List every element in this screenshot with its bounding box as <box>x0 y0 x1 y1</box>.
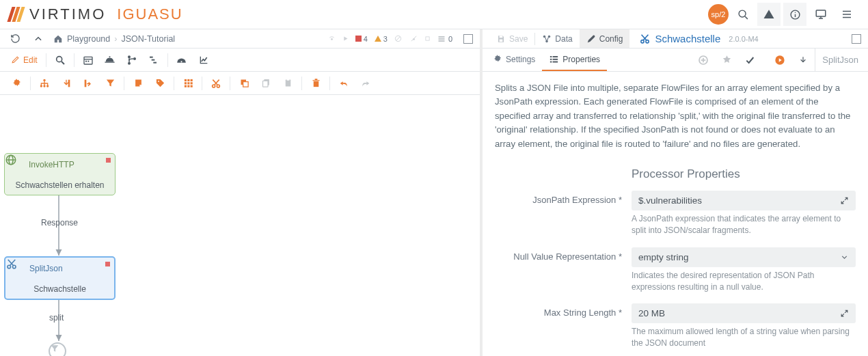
data-tab-button[interactable]: Data <box>535 29 579 48</box>
node-subtitle: Schwachstelle <box>5 279 114 299</box>
node-splitjson[interactable]: SplitJson Schwachstelle <box>4 256 116 300</box>
svg-point-36 <box>43 79 45 81</box>
import-icon[interactable] <box>55 73 77 94</box>
invalid-count: 3 <box>383 35 388 43</box>
expand-icon[interactable] <box>840 196 849 205</box>
branch-icon[interactable] <box>121 50 143 70</box>
cut-icon[interactable] <box>205 73 227 94</box>
svg-point-38 <box>43 85 45 87</box>
edit-button[interactable]: Edit <box>5 50 43 70</box>
alerts-icon[interactable] <box>757 3 781 26</box>
jsonpath-input[interactable]: $.vulnerabilities <box>632 191 856 210</box>
maxlen-input[interactable]: 20 MB <box>632 303 856 323</box>
config-pane: Save Data Config Schwachstelle 2.0.0-M4 <box>483 29 868 356</box>
info-icon[interactable] <box>783 3 806 26</box>
svg-rect-57 <box>243 82 248 87</box>
svg-rect-40 <box>68 79 70 87</box>
tag-icon[interactable] <box>149 73 171 94</box>
settings-icon[interactable] <box>5 73 27 94</box>
scissors-icon <box>639 33 651 44</box>
sitemap-icon[interactable] <box>33 73 55 94</box>
save-button: Save <box>489 29 534 48</box>
redo-icon[interactable] <box>355 73 377 94</box>
zoom-icon[interactable] <box>49 50 71 70</box>
chart-icon[interactable] <box>193 50 215 70</box>
refresh-icon[interactable] <box>7 31 23 47</box>
svg-point-53 <box>217 85 219 87</box>
edge-label-response[interactable]: Response <box>41 218 78 228</box>
running-count-icon <box>355 36 362 42</box>
svg-point-52 <box>213 85 215 87</box>
navigate-up-icon[interactable] <box>30 31 46 47</box>
flow-canvas[interactable]: InvokeHTTP Schwachstellen erhalten Respo… <box>0 95 480 356</box>
svg-rect-60 <box>285 80 290 87</box>
filter-icon[interactable] <box>99 73 121 94</box>
step-down-icon[interactable] <box>791 49 815 71</box>
prop-help: The maximum allowed length of a string v… <box>632 326 856 349</box>
tab-properties[interactable]: Properties <box>542 49 607 71</box>
run-once-icon[interactable] <box>768 49 791 71</box>
processor-version: 2.0.0-M4 <box>729 35 758 43</box>
not-transmitting-icon <box>410 35 418 42</box>
breadcrumb: Playground › JSON-Tutorial <box>53 34 175 44</box>
node-invokehttp[interactable]: InvokeHTTP Schwachstellen erhalten <box>4 153 116 195</box>
svg-rect-87 <box>553 59 558 60</box>
home-icon[interactable] <box>53 34 63 44</box>
hierarchy-icon[interactable] <box>143 50 165 70</box>
svg-rect-49 <box>184 85 186 87</box>
export-icon[interactable] <box>77 73 99 94</box>
scissors-icon <box>11 262 25 275</box>
config-body: Splits a JSON File into multiple, separa… <box>483 72 868 356</box>
svg-point-30 <box>133 57 136 60</box>
canvas-pane: Playground › JSON-Tutorial 4 3 <box>0 29 483 356</box>
svg-rect-86 <box>550 59 552 60</box>
nullrep-select[interactable]: empty string <box>632 247 856 267</box>
svg-rect-31 <box>150 56 153 57</box>
note-icon[interactable] <box>127 73 149 94</box>
queued-count: 0 <box>448 35 452 43</box>
paste-icon[interactable] <box>277 73 299 94</box>
svg-rect-88 <box>550 61 552 63</box>
calendar-icon[interactable] <box>77 50 99 70</box>
duplicate-icon[interactable] <box>233 73 255 94</box>
svg-point-11 <box>331 38 333 40</box>
processor-title: Schwachstelle 2.0.0-M4 <box>639 33 758 44</box>
edge-label-split[interactable]: split <box>49 313 64 323</box>
maximize-icon[interactable] <box>463 34 473 44</box>
grid-icon[interactable] <box>177 73 199 94</box>
user-chip[interactable]: sp/2 <box>708 4 729 25</box>
verify-icon[interactable] <box>715 49 738 71</box>
add-property-icon[interactable] <box>692 49 715 71</box>
svg-rect-75 <box>500 39 503 42</box>
app-header: VIRTIMO IGUASU sp/2 <box>0 0 868 29</box>
chevron-down-icon <box>840 253 849 262</box>
undo-icon[interactable] <box>333 73 355 94</box>
svg-rect-50 <box>187 85 189 87</box>
stop-hollow-icon <box>424 36 431 42</box>
breadcrumb-current: JSON-Tutorial <box>121 34 175 44</box>
copy-icon[interactable] <box>255 73 277 94</box>
monitor-icon[interactable] <box>809 3 832 26</box>
svg-rect-24 <box>85 60 87 61</box>
menu-icon[interactable] <box>835 3 858 26</box>
breadcrumb-root[interactable]: Playground <box>67 34 110 44</box>
product-name: IGUASU <box>117 5 182 23</box>
cloche-icon[interactable] <box>99 50 121 70</box>
tab-settings[interactable]: Settings <box>485 49 542 71</box>
svg-rect-44 <box>187 79 189 81</box>
funnel-node[interactable] <box>49 342 66 356</box>
expand-icon[interactable] <box>840 309 849 318</box>
apply-icon[interactable] <box>738 49 761 71</box>
svg-rect-62 <box>313 81 318 87</box>
stopped-indicator-icon <box>106 158 111 163</box>
stopped-indicator-icon <box>105 262 110 266</box>
svg-rect-64 <box>314 79 317 80</box>
gauge-icon[interactable] <box>171 50 193 70</box>
node-subtitle: Schwachstellen erhalten <box>5 176 115 195</box>
maximize-icon[interactable] <box>852 34 861 44</box>
search-icon[interactable] <box>731 3 755 26</box>
svg-rect-84 <box>550 56 552 57</box>
config-tab-button[interactable]: Config <box>580 29 630 48</box>
svg-point-70 <box>8 265 11 269</box>
trash-icon[interactable] <box>305 73 327 94</box>
